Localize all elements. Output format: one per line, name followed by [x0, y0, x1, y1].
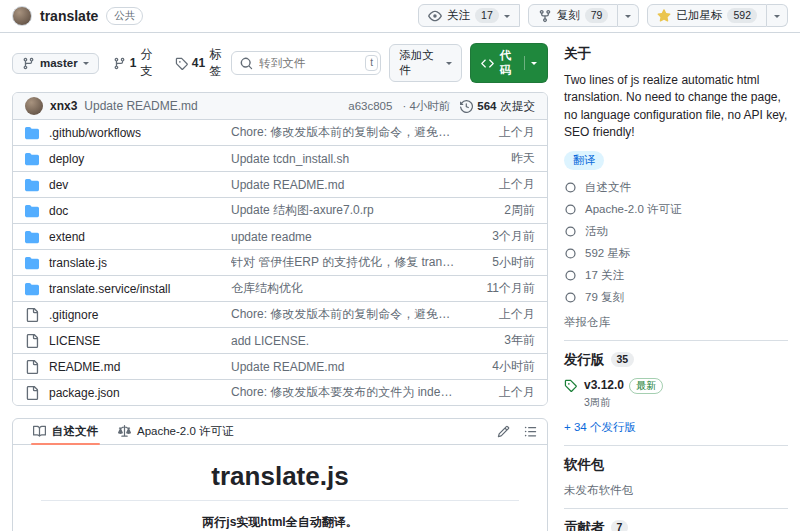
- file-commit-time: 上个月: [465, 124, 535, 141]
- report-repository-link[interactable]: 举报仓库: [564, 315, 788, 330]
- table-row[interactable]: translate.service/install 仓库结构优化 11个月前: [13, 275, 547, 301]
- file-icon: [25, 334, 39, 348]
- repo-name-link[interactable]: translate: [40, 8, 98, 24]
- chevron-down-icon: [446, 62, 452, 68]
- commit-message[interactable]: Update README.md: [84, 99, 197, 113]
- releases-title[interactable]: 发行版: [564, 351, 605, 369]
- file-name[interactable]: doc: [49, 204, 68, 218]
- commit-author-avatar[interactable]: [25, 97, 43, 115]
- watch-button[interactable]: 关注 17: [418, 4, 520, 27]
- code-button[interactable]: 代码: [470, 43, 548, 83]
- file-commit-message[interactable]: Chore: 修改发版本前的复制命令，避免文件名重复: [231, 306, 455, 323]
- table-row[interactable]: doc Update 结构图-axure7.0.rp 2周前: [13, 197, 547, 223]
- file-icon: [25, 386, 39, 400]
- table-row[interactable]: README.md Update README.md 4小时前: [13, 353, 547, 379]
- packages-section: 软件包 未发布软件包: [564, 445, 788, 508]
- branches-label: 分支: [140, 46, 162, 80]
- sidebar-meta-item[interactable]: 79 复刻: [564, 290, 788, 305]
- file-commit-message[interactable]: Update README.md: [231, 178, 455, 192]
- watch-label: 关注: [447, 8, 470, 23]
- commit-history-link[interactable]: 564 次提交: [460, 99, 535, 114]
- file-name[interactable]: translate.js: [49, 256, 107, 270]
- table-row[interactable]: extend update readme 3个月前: [13, 223, 547, 249]
- sidebar-meta-item[interactable]: 自述文件: [564, 180, 788, 195]
- commit-author[interactable]: xnx3: [50, 99, 77, 113]
- readme-content: translate.js 两行js实现html全自动翻译。 无需改动页面、无语言…: [13, 445, 547, 531]
- table-row[interactable]: .gitignore Chore: 修改发版本前的复制命令，避免文件名重复 上个…: [13, 301, 547, 327]
- file-commit-message[interactable]: 针对 管伊佳ERP 的支持优化，修复 translate.selectLangu…: [231, 254, 455, 271]
- go-to-file-search[interactable]: t: [231, 51, 381, 75]
- topic-tag[interactable]: 翻译: [564, 151, 604, 170]
- readme-title: translate.js: [41, 461, 519, 501]
- table-row[interactable]: .github/workflows Chore: 修改发版本前的复制命令，避免文…: [13, 119, 547, 145]
- file-name[interactable]: translate.service/install: [49, 282, 170, 296]
- branches-link[interactable]: 1 分支: [113, 46, 163, 80]
- folder-icon: [25, 230, 39, 244]
- star-label: 已加星标: [676, 8, 722, 23]
- sidebar-meta-item[interactable]: 活动: [564, 224, 788, 239]
- file-commit-message[interactable]: update readme: [231, 230, 455, 244]
- table-row[interactable]: LICENSE add LICENSE. 3年前: [13, 327, 547, 353]
- search-input[interactable]: [259, 57, 359, 69]
- file-name[interactable]: deploy: [49, 152, 84, 166]
- chevron-down-icon: [625, 15, 631, 21]
- file-commit-message[interactable]: Update tcdn_install.sh: [231, 152, 455, 166]
- file-commit-time: 11个月前: [465, 280, 535, 297]
- table-row[interactable]: dev Update README.md 上个月: [13, 171, 547, 197]
- file-name[interactable]: extend: [49, 230, 85, 244]
- law-icon: [118, 425, 131, 438]
- file-commit-message[interactable]: Chore: 修改发版本前的复制命令，避免文件名重复: [231, 124, 455, 141]
- more-releases-link[interactable]: + 34 个发行版: [564, 420, 636, 435]
- owner-avatar[interactable]: [12, 6, 32, 26]
- packages-empty-note: 未发布软件包: [564, 483, 788, 498]
- release-time: 3周前: [584, 396, 663, 410]
- tab-license[interactable]: Apache-2.0 许可证: [108, 419, 244, 444]
- file-commit-time: 3年前: [465, 332, 535, 349]
- release-version[interactable]: v3.12.0: [584, 378, 624, 392]
- releases-count: 35: [611, 352, 635, 367]
- file-commit-message[interactable]: 仓库结构优化: [231, 280, 455, 297]
- commit-hash[interactable]: a63c805: [348, 100, 392, 112]
- contributors-title[interactable]: 贡献者: [564, 519, 605, 531]
- chevron-down-icon: [83, 62, 89, 68]
- sidebar-meta-item[interactable]: 17 关注: [564, 268, 788, 283]
- star-dropdown-button[interactable]: [767, 4, 788, 27]
- latest-release[interactable]: v3.12.0最新 3周前: [564, 378, 788, 410]
- pencil-icon[interactable]: [497, 425, 510, 438]
- table-row[interactable]: package.json Chore: 修改发版本要发布的文件为 index.j…: [13, 379, 547, 405]
- tags-link[interactable]: 41 标签: [175, 46, 232, 80]
- file-commit-message[interactable]: Chore: 修改发版本要发布的文件为 index.js: [231, 384, 455, 401]
- file-commit-message[interactable]: Update README.md: [231, 360, 455, 374]
- branch-selector-button[interactable]: master: [12, 53, 99, 74]
- file-name[interactable]: dev: [49, 178, 68, 192]
- starred-button[interactable]: 已加星标 592: [647, 4, 767, 27]
- star-icon: [564, 247, 577, 260]
- chevron-down-icon: [504, 15, 510, 21]
- meta-label: 79 复刻: [585, 290, 624, 305]
- file-name[interactable]: LICENSE: [49, 334, 100, 348]
- fork-dropdown-button[interactable]: [618, 4, 639, 27]
- meta-label: 592 星标: [585, 246, 630, 261]
- table-row[interactable]: deploy Update tcdn_install.sh 昨天: [13, 145, 547, 171]
- file-commit-message[interactable]: add LICENSE.: [231, 334, 455, 348]
- latest-commit-bar: xnx3 Update README.md a63c805 · 4小时前 564…: [13, 93, 547, 119]
- file-name[interactable]: .github/workflows: [49, 126, 141, 140]
- tab-readme[interactable]: 自述文件: [23, 419, 108, 444]
- file-commit-message[interactable]: Update 结构图-axure7.0.rp: [231, 202, 455, 219]
- tags-label: 标签: [209, 46, 231, 80]
- file-commit-time: 3个月前: [465, 228, 535, 245]
- sidebar-meta-item[interactable]: 592 星标: [564, 246, 788, 261]
- contributors-section: 贡献者 7: [564, 508, 788, 531]
- file-name[interactable]: README.md: [49, 360, 120, 374]
- file-name[interactable]: .gitignore: [49, 308, 98, 322]
- outline-icon[interactable]: [524, 425, 537, 438]
- branch-icon: [113, 57, 126, 70]
- file-commit-time: 上个月: [465, 384, 535, 401]
- table-row[interactable]: translate.js 针对 管伊佳ERP 的支持优化，修复 translat…: [13, 249, 547, 275]
- fork-button[interactable]: 复刻 79: [528, 4, 619, 27]
- sidebar-meta-item[interactable]: Apache-2.0 许可证: [564, 202, 788, 217]
- file-name[interactable]: package.json: [49, 386, 120, 400]
- folder-icon: [25, 256, 39, 270]
- add-file-button[interactable]: 添加文件: [389, 44, 462, 82]
- pulse-icon: [564, 225, 577, 238]
